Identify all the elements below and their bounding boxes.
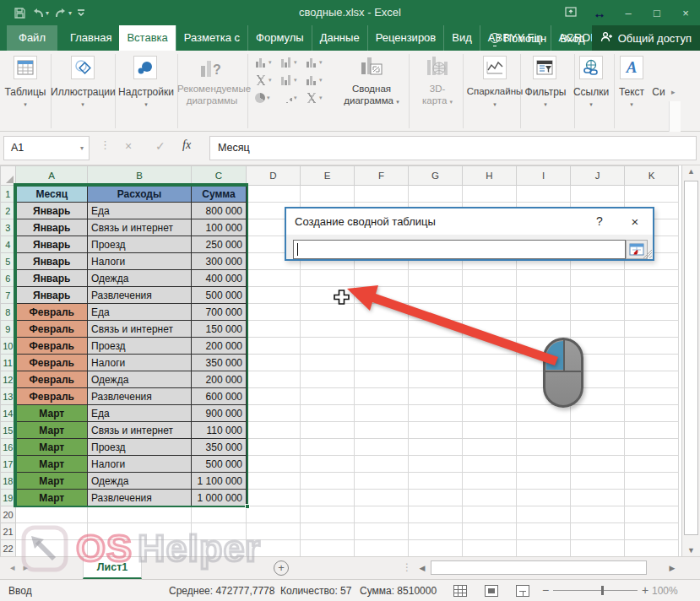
cell-F13[interactable] (355, 388, 409, 405)
cell-I9[interactable] (517, 321, 571, 338)
cell-A15[interactable]: Март (16, 422, 88, 439)
cell-F11[interactable] (355, 355, 409, 371)
cell-C22[interactable] (192, 540, 247, 557)
cell-E15[interactable] (301, 422, 355, 439)
bar-chart-icon[interactable]: ▾ (280, 57, 297, 68)
hscroll-right-icon[interactable]: ▶ (665, 560, 679, 576)
cell-B11[interactable]: Налоги (88, 355, 192, 371)
cell-F17[interactable] (355, 456, 409, 473)
cell-J19[interactable] (571, 490, 625, 506)
row-header-22[interactable]: 22 (1, 540, 16, 557)
cell-G14[interactable] (409, 405, 463, 422)
cell-C11[interactable]: 350 000 (192, 355, 247, 371)
cell-A19[interactable]: Март (16, 490, 88, 506)
cell-J9[interactable] (571, 321, 625, 338)
cell-D11[interactable] (247, 355, 301, 371)
row-header-14[interactable]: 14 (1, 405, 16, 422)
cell-G6[interactable] (409, 270, 463, 287)
cell-H14[interactable] (463, 405, 517, 422)
cell-C15[interactable]: 110 000 (192, 422, 247, 439)
cell-F12[interactable] (355, 371, 409, 388)
cell-B20[interactable] (88, 506, 192, 523)
cell-K17[interactable] (625, 456, 679, 473)
vertical-scroll-thumb[interactable] (684, 181, 698, 535)
cell-K6[interactable] (625, 270, 679, 287)
cell-E20[interactable] (301, 506, 355, 523)
cell-B19[interactable]: Развлечения (88, 490, 192, 506)
cell-A22[interactable] (16, 540, 88, 557)
cell-K15[interactable] (625, 422, 679, 439)
cell-B12[interactable]: Одежда (88, 371, 192, 388)
cell-I1[interactable] (517, 186, 571, 203)
column-header-C[interactable]: C (192, 166, 247, 186)
cell-I20[interactable] (517, 506, 571, 523)
row-header-1[interactable]: 1 (1, 186, 16, 203)
line-chart-icon[interactable]: ▾ (255, 75, 272, 85)
zoom-level[interactable]: 100% (652, 585, 678, 597)
zoom-slider-thumb[interactable] (601, 586, 604, 595)
sheet-tab[interactable]: Лист1 (83, 557, 142, 579)
vertical-scrollbar[interactable]: ▲ ▼ (681, 165, 700, 556)
cell-A14[interactable]: Март (16, 405, 88, 422)
tab-рецензиров[interactable]: Рецензиров (367, 25, 444, 51)
row-header-19[interactable]: 19 (1, 490, 16, 506)
cell-G7[interactable] (409, 287, 463, 304)
cell-K13[interactable] (625, 388, 679, 405)
cell-I8[interactable] (517, 304, 571, 321)
cell-J15[interactable] (571, 422, 625, 439)
cell-D1[interactable] (247, 186, 301, 203)
cancel-entry-icon[interactable]: × (125, 139, 132, 153)
tell-me-help[interactable]: Помощн (483, 25, 554, 51)
cell-G18[interactable] (409, 473, 463, 490)
cell-E14[interactable] (301, 405, 355, 422)
cell-A7[interactable]: Январь (16, 287, 88, 304)
cell-F21[interactable] (355, 523, 409, 540)
cell-I6[interactable] (517, 270, 571, 287)
cell-D17[interactable] (247, 456, 301, 473)
dialog-close-button[interactable]: × (621, 208, 649, 235)
cell-F7[interactable] (355, 287, 409, 304)
cell-F20[interactable] (355, 506, 409, 523)
cell-H13[interactable] (463, 388, 517, 405)
cell-B16[interactable]: Проезд (88, 439, 192, 456)
cell-G8[interactable] (409, 304, 463, 321)
column-header-F[interactable]: F (355, 166, 409, 186)
cell-H6[interactable] (463, 270, 517, 287)
cell-D22[interactable] (247, 540, 301, 557)
cell-I17[interactable] (517, 456, 571, 473)
dialog-help-button[interactable]: ? (587, 208, 612, 235)
cell-H17[interactable] (463, 456, 517, 473)
cell-C19[interactable]: 1 000 000 (192, 490, 247, 506)
cell-F8[interactable] (355, 304, 409, 321)
cell-A10[interactable]: Февраль (16, 338, 88, 355)
cell-C18[interactable]: 1 100 000 (192, 473, 247, 490)
cell-K20[interactable] (625, 506, 679, 523)
cell-D12[interactable] (247, 371, 301, 388)
cell-H19[interactable] (463, 490, 517, 506)
cell-A17[interactable]: Март (16, 456, 88, 473)
cell-D21[interactable] (247, 523, 301, 540)
cell-A18[interactable]: Март (16, 473, 88, 490)
cell-D19[interactable] (247, 490, 301, 506)
cell-C8[interactable]: 700 000 (192, 304, 247, 321)
cell-G11[interactable] (409, 355, 463, 371)
row-header-18[interactable]: 18 (1, 473, 16, 490)
sheet-nav-right-icon[interactable]: ▸ (24, 562, 37, 572)
cell-B15[interactable]: Связь и интернет (88, 422, 192, 439)
cell-G22[interactable] (409, 540, 463, 557)
cell-F10[interactable] (355, 338, 409, 355)
cell-K12[interactable] (625, 371, 679, 388)
cell-C13[interactable]: 600 000 (192, 388, 247, 405)
cell-H11[interactable] (463, 355, 517, 371)
tab-вид[interactable]: Вид (443, 25, 480, 51)
cell-C1[interactable]: Сумма (192, 186, 247, 203)
dialog-resize-grip[interactable] (642, 248, 652, 258)
close-button[interactable]: × (671, 7, 700, 19)
row-header-10[interactable]: 10 (1, 338, 16, 355)
cell-H8[interactable] (463, 304, 517, 321)
cell-A20[interactable] (16, 506, 88, 523)
cell-B9[interactable]: Связь и интернет (88, 321, 192, 338)
cell-I7[interactable] (517, 287, 571, 304)
cell-G21[interactable] (409, 523, 463, 540)
cell-H15[interactable] (463, 422, 517, 439)
